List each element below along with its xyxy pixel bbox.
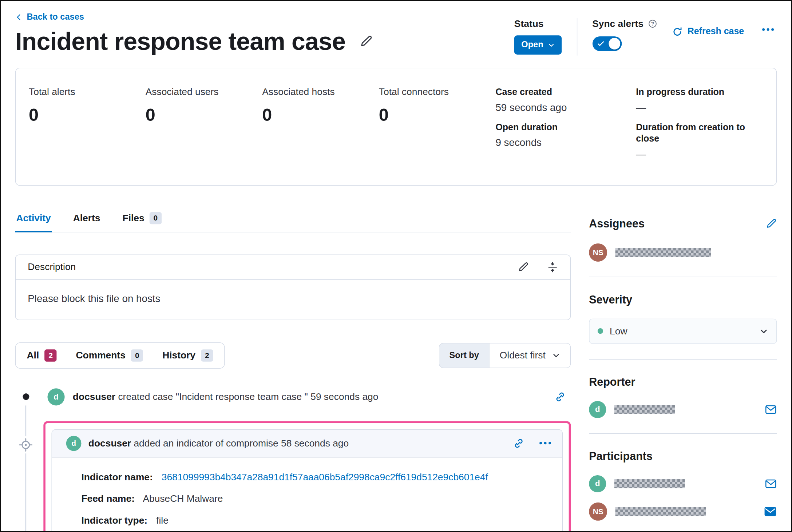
check-icon [597, 40, 605, 48]
creation-to-close-value: — [636, 148, 763, 160]
in-progress-duration-label: In progress duration [636, 86, 763, 98]
event-text: docsuser added an indicator of compromis… [88, 438, 506, 449]
open-duration-label: Open duration [495, 122, 623, 133]
avatar: NS [589, 243, 607, 261]
avatar: d [589, 475, 606, 492]
metric-associated-hosts: Associated hosts 0 [262, 86, 379, 168]
tab-files[interactable]: Files 0 [122, 211, 163, 231]
sort-control: Sort by Oldest first [439, 343, 571, 368]
sidebar-divider [589, 277, 777, 277]
sync-alerts-group: Sync alerts ? [592, 18, 657, 51]
status-label: Status [514, 18, 562, 29]
refresh-case-button[interactable]: Refresh case [672, 26, 744, 37]
activity-column: Activity Alerts Files 0 Description [15, 211, 571, 532]
edit-assignees-pencil-icon[interactable] [766, 218, 777, 229]
feed-name-value: AbuseCH Malware [143, 493, 223, 504]
indicator-name-link[interactable]: 3681099993b4b347a28a91d1f57aaa06b5af2998… [162, 472, 488, 482]
status-dropdown-button[interactable]: Open [514, 35, 562, 55]
case-summary-card: Total alerts 0 Associated users 0 Associ… [15, 68, 777, 186]
all-count-badge: 2 [45, 349, 57, 361]
filter-history-button[interactable]: History 2 [162, 349, 213, 361]
avatar: d [66, 436, 82, 451]
files-count-badge: 0 [150, 212, 162, 224]
timeline-line [25, 398, 26, 532]
indicator-type-label: Indicator type: [81, 515, 147, 525]
tab-activity[interactable]: Activity [15, 211, 52, 231]
indicator-name-row: Indicator name: 3681099993b4b347a28a91d1… [81, 472, 550, 483]
indicator-type-row: Indicator type: file [81, 515, 550, 526]
feed-name-label: Feed name: [81, 493, 135, 504]
indicator-details: Indicator name: 3681099993b4b347a28a91d1… [52, 457, 562, 532]
page-title: Incident response team case [15, 27, 345, 56]
collapse-description-icon[interactable] [547, 261, 558, 273]
header-controls: Status Open Sync alerts ? [514, 11, 777, 56]
in-progress-duration-value: — [636, 102, 763, 114]
sidebar-divider [589, 433, 777, 433]
email-icon[interactable] [765, 403, 777, 415]
email-icon-filled[interactable] [764, 505, 777, 518]
chevron-down-icon [759, 326, 768, 336]
edit-title-pencil-icon[interactable] [360, 35, 373, 48]
refresh-icon [672, 27, 682, 37]
sort-order-value: Oldest first [500, 350, 546, 361]
chevron-left-icon [15, 13, 22, 20]
filter-comments-button[interactable]: Comments 0 [76, 349, 143, 361]
back-to-cases-link[interactable]: Back to cases [15, 12, 84, 22]
indicator-comment-card: d docsuser added an indicator of comprom… [52, 429, 563, 532]
redacted-name [615, 507, 706, 516]
indicator-type-value: file [156, 515, 169, 525]
email-icon[interactable] [765, 477, 777, 489]
description-text: Please block this file on hosts [16, 279, 570, 319]
avatar: d [589, 401, 606, 418]
timeline-dot-marker [17, 388, 34, 405]
comment-actions-menu-button[interactable] [538, 441, 552, 445]
participants-title: Participants [589, 450, 777, 463]
edit-description-pencil-icon[interactable] [518, 261, 529, 273]
redacted-name [614, 405, 675, 414]
comment-header: d docsuser added an indicator of comprom… [52, 429, 562, 457]
help-icon[interactable]: ? [648, 19, 657, 28]
severity-select[interactable]: Low [589, 318, 777, 344]
event-description: created case "Incident response team cas… [118, 391, 378, 402]
activity-timeline: d docsuser created case "Incident respon… [15, 386, 571, 532]
sync-alerts-toggle[interactable] [592, 36, 621, 51]
reporter-title: Reporter [589, 376, 777, 389]
metric-label: Associated users [146, 86, 262, 98]
redacted-name [614, 479, 685, 488]
avatar: d [47, 388, 64, 405]
severity-title: Severity [589, 293, 777, 306]
sort-by-label: Sort by [439, 343, 490, 368]
sync-alerts-label: Sync alerts [592, 18, 644, 29]
creation-to-close-label: Duration from creation to close [636, 122, 763, 144]
metric-value: 0 [262, 104, 379, 125]
highlighted-comment: d docsuser added an indicator of comprom… [43, 421, 571, 532]
copy-link-icon[interactable] [513, 438, 524, 449]
assignees-title: Assignees [589, 217, 645, 230]
filter-comments-label: Comments [76, 350, 126, 361]
event-user: docsuser [73, 391, 115, 402]
chevron-down-icon [552, 351, 560, 359]
case-actions-menu-button[interactable] [759, 25, 777, 34]
event-user: docsuser [88, 438, 131, 448]
metric-associated-users: Associated users 0 [146, 86, 262, 168]
metric-label: Total connectors [379, 86, 496, 98]
header-divider [577, 18, 577, 56]
assignees-section-header: Assignees [589, 217, 777, 230]
indicator-name-label: Indicator name: [81, 472, 153, 482]
metric-total-connectors: Total connectors 0 [379, 86, 496, 168]
sidebar-divider [589, 359, 777, 359]
filter-all-label: All [27, 350, 39, 361]
chevron-down-icon [548, 41, 554, 48]
tab-alerts[interactable]: Alerts [72, 211, 101, 231]
copy-link-icon[interactable] [555, 391, 566, 402]
sort-order-select[interactable]: Oldest first [490, 343, 570, 368]
comments-count-badge: 0 [131, 349, 143, 361]
case-created-value: 59 seconds ago [495, 102, 623, 114]
reporter-row: d [589, 401, 777, 418]
open-duration-value: 9 seconds [495, 137, 623, 148]
metric-value: 0 [146, 104, 262, 125]
tab-activity-label: Activity [16, 213, 51, 224]
case-view-page: Back to cases Incident response team cas… [0, 0, 792, 532]
filter-all-button[interactable]: All 2 [27, 349, 57, 361]
svg-text:?: ? [651, 21, 654, 27]
